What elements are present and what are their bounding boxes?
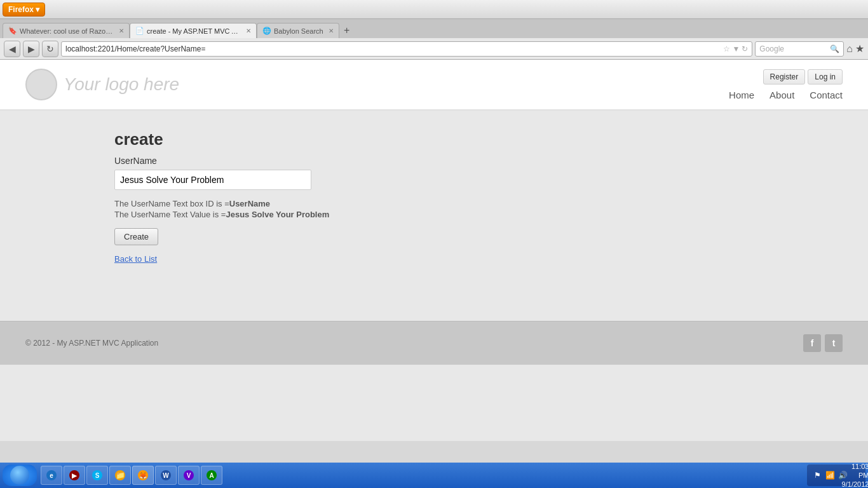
main-nav: Home About Contact xyxy=(729,90,843,100)
info-line-1-prefix: The UserName Text box ID is = xyxy=(114,199,229,208)
logo-circle xyxy=(25,69,57,100)
main-content: create UserName The UserName Text box ID… xyxy=(0,111,868,283)
rss-icon[interactable]: ▼ xyxy=(732,44,740,53)
social-icons: f t xyxy=(803,334,843,352)
address-text: localhost:2201/Home/create?UserName= xyxy=(65,44,723,53)
address-bar[interactable]: localhost:2201/Home/create?UserName= ☆ ▼… xyxy=(61,41,752,57)
login-button[interactable]: Log in xyxy=(808,69,843,85)
firefox-menu-button[interactable]: Firefox ▾ xyxy=(3,3,45,17)
nav-bar: ◀ ▶ ↻ localhost:2201/Home/create?UserNam… xyxy=(0,38,868,60)
refresh-small-icon[interactable]: ↻ xyxy=(742,44,748,53)
logo-text: Your logo here xyxy=(64,74,179,95)
tab-3-title: Babylon Search xyxy=(274,27,323,35)
info-line-2-bold: Jesus Solve Your Problem xyxy=(226,210,329,219)
nav-right: Google 🔍 ⌂ ★ xyxy=(755,41,864,57)
bookmark-star-icon[interactable]: ☆ xyxy=(723,44,730,53)
username-label: UserName xyxy=(114,156,754,166)
header-right: Register Log in Home About Contact xyxy=(729,69,843,100)
new-tab-button[interactable]: + xyxy=(339,23,355,38)
site-header: Your logo here Register Log in Home Abou… xyxy=(0,60,868,111)
nav-about[interactable]: About xyxy=(770,90,794,100)
tab-1-title: Whatever: cool use of Razor's Html.Id... xyxy=(20,27,114,35)
logo-area: Your logo here xyxy=(25,69,179,100)
nav-contact[interactable]: Contact xyxy=(810,90,843,100)
info-line-2-prefix: The UserName Text Value is = xyxy=(114,210,226,219)
back-button[interactable]: ◀ xyxy=(4,41,20,57)
bookmarks-button[interactable]: ★ xyxy=(855,43,864,55)
facebook-icon[interactable]: f xyxy=(803,334,821,352)
search-icon[interactable]: 🔍 xyxy=(830,44,839,53)
info-line-2: The UserName Text Value is =Jesus Solve … xyxy=(114,210,754,219)
tab-3-favicon: 🌐 xyxy=(262,27,271,36)
register-button[interactable]: Register xyxy=(763,69,806,85)
home-button[interactable]: ⌂ xyxy=(846,43,853,55)
tab-3[interactable]: 🌐 Babylon Search ✕ xyxy=(257,23,339,38)
page-title: create xyxy=(114,130,754,149)
forward-button[interactable]: ▶ xyxy=(23,41,39,57)
tab-2[interactable]: 📄 create - My ASP.NET MVC Application ✕ xyxy=(130,23,257,38)
info-line-1: The UserName Text box ID is =UserName xyxy=(114,199,754,208)
browser-chrome: Firefox ▾ 🔖 Whatever: cool use of Razor'… xyxy=(0,0,868,60)
tab-3-close[interactable]: ✕ xyxy=(329,27,334,34)
twitter-icon[interactable]: t xyxy=(825,334,843,352)
nav-home[interactable]: Home xyxy=(729,90,754,100)
address-icons: ☆ ▼ ↻ xyxy=(723,44,748,53)
reload-button[interactable]: ↻ xyxy=(42,41,58,57)
tab-1[interactable]: 🔖 Whatever: cool use of Razor's Html.Id.… xyxy=(3,23,130,38)
tab-2-favicon: 📄 xyxy=(135,27,144,36)
tab-2-title: create - My ASP.NET MVC Application xyxy=(147,27,241,35)
username-input[interactable] xyxy=(114,170,311,190)
tab-2-close[interactable]: ✕ xyxy=(246,27,251,34)
title-bar: Firefox ▾ xyxy=(0,0,868,19)
tab-1-favicon: 🔖 xyxy=(8,27,17,36)
info-line-1-bold: UserName xyxy=(229,199,270,208)
tab-1-close[interactable]: ✕ xyxy=(119,27,124,34)
search-bar[interactable]: Google 🔍 xyxy=(755,41,844,57)
footer-copyright: © 2012 - My ASP.NET MVC Application xyxy=(25,339,158,348)
page-wrapper: Your logo here Register Log in Home Abou… xyxy=(0,60,868,441)
create-button[interactable]: Create xyxy=(114,228,158,245)
search-placeholder: Google xyxy=(759,44,830,53)
auth-buttons: Register Log in xyxy=(763,69,843,85)
site-footer: © 2012 - My ASP.NET MVC Application f t xyxy=(0,321,868,365)
tabs-bar: 🔖 Whatever: cool use of Razor's Html.Id.… xyxy=(0,19,868,38)
back-to-list-link[interactable]: Back to List xyxy=(114,254,754,264)
